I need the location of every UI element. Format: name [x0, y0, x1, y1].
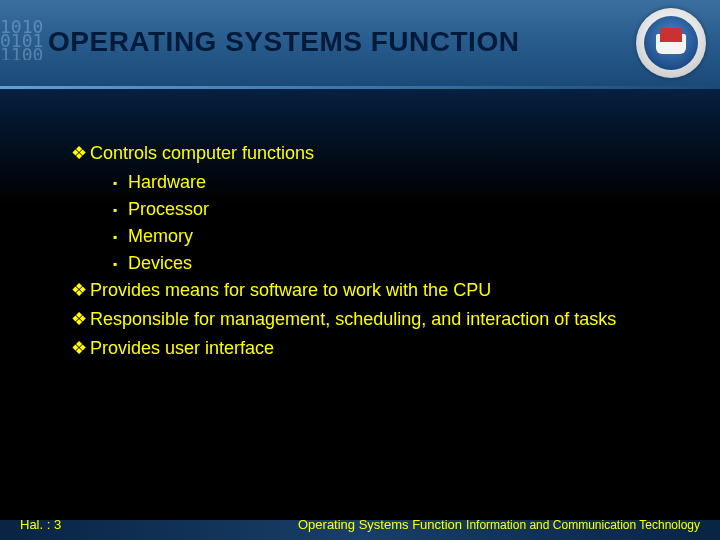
logo-icon [644, 16, 698, 70]
sub-bullet-item: ▪Memory [102, 223, 680, 250]
square-icon: ▪ [102, 255, 128, 273]
diamond-icon: ❖ [68, 277, 90, 304]
sub-bullet-text: Memory [128, 226, 193, 246]
sub-bullet-item: ▪Processor [102, 196, 680, 223]
logo-badge [636, 8, 706, 78]
bullet-text: Provides user interface [90, 338, 274, 358]
square-icon: ▪ [102, 201, 128, 219]
diamond-icon: ❖ [68, 306, 90, 333]
sub-bullet-item: ▪Devices [102, 250, 680, 277]
content-area: ❖Controls computer functions ▪Hardware ▪… [68, 140, 680, 364]
diamond-icon: ❖ [68, 335, 90, 362]
diamond-icon: ❖ [68, 140, 90, 167]
square-icon: ▪ [102, 228, 128, 246]
footer-subject: Information and Communication Technology [466, 518, 700, 532]
bullet-item: ❖Provides means for software to work wit… [68, 277, 680, 304]
bullet-item: ❖Controls computer functions [68, 140, 680, 167]
sub-bullet-item: ▪Hardware [102, 169, 680, 196]
sub-bullet-text: Hardware [128, 172, 206, 192]
sub-bullet-text: Devices [128, 253, 192, 273]
bullet-text: Provides means for software to work with… [90, 280, 491, 300]
bullet-text: Controls computer functions [90, 143, 314, 163]
square-icon: ▪ [102, 174, 128, 192]
bullet-item: ❖Provides user interface [68, 335, 680, 362]
bullet-item: ❖Responsible for management, scheduling,… [68, 306, 680, 333]
header-accent-line [0, 86, 720, 89]
sub-bullet-text: Processor [128, 199, 209, 219]
slide: 1010 0101 1100 OPERATING SYSTEMS FUNCTIO… [0, 0, 720, 540]
footer: Hal. : 3 Operating Systems Function Info… [0, 506, 720, 540]
bullet-text: Responsible for management, scheduling, … [90, 309, 616, 329]
slide-title: OPERATING SYSTEMS FUNCTION [48, 26, 519, 58]
